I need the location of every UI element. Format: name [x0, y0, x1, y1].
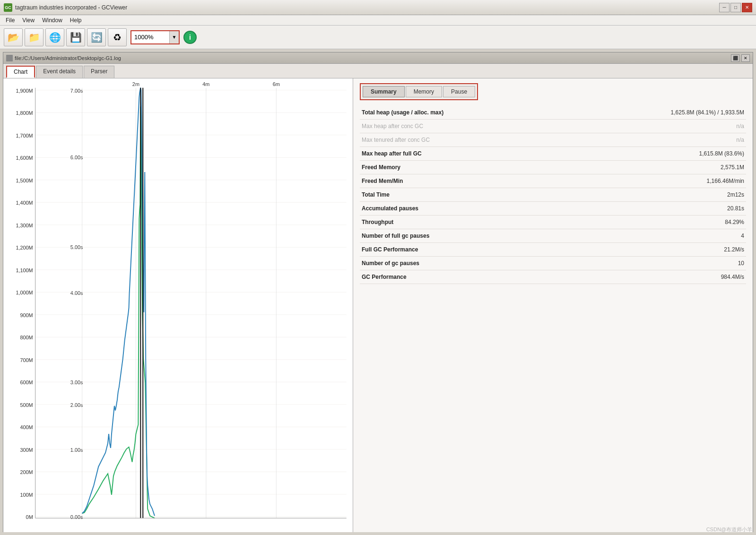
stat-label-1: Max heap after conc GC: [360, 120, 572, 133]
svg-text:0M: 0M: [26, 514, 33, 520]
menu-window[interactable]: Window: [38, 16, 66, 25]
doc-close-button[interactable]: ✕: [741, 54, 750, 62]
svg-text:1.00s: 1.00s: [70, 447, 83, 453]
stat-row-1: Max heap after conc GC n/a: [360, 120, 746, 133]
stat-label-5: Freed Mem/Min: [360, 174, 572, 188]
stat-value-3: 1,615.8M (83.6%): [572, 147, 746, 161]
zoom-dropdown[interactable]: ▼: [169, 31, 179, 43]
svg-text:1,500M: 1,500M: [16, 178, 33, 183]
stat-row-0: Total heap (usage / alloc. max) 1,625.8M…: [360, 106, 746, 120]
svg-rect-0: [5, 78, 351, 532]
menu-view[interactable]: View: [18, 16, 38, 25]
svg-text:1,000M: 1,000M: [16, 290, 33, 295]
svg-text:1,700M: 1,700M: [16, 133, 33, 138]
stat-row-7: Accumulated pauses 20.81s: [360, 202, 746, 216]
menu-file[interactable]: File: [2, 16, 18, 25]
svg-text:200M: 200M: [20, 469, 33, 475]
stat-row-4: Freed Memory 2,575.1M: [360, 161, 746, 174]
zoom-container: ▼: [130, 30, 180, 44]
svg-text:900M: 900M: [20, 312, 33, 318]
zoom-input[interactable]: [131, 31, 169, 43]
stat-value-5: 1,166.46M/min: [572, 174, 746, 188]
stat-label-7: Accumulated pauses: [360, 202, 572, 216]
stat-row-12: GC Performance 984.4M/s: [360, 270, 746, 284]
summary-tab-memory[interactable]: Memory: [406, 86, 442, 97]
stat-row-10: Full GC Performance 21.2M/s: [360, 243, 746, 257]
svg-text:500M: 500M: [20, 402, 33, 408]
svg-text:800M: 800M: [20, 335, 33, 340]
reload-button[interactable]: 🔄: [87, 28, 106, 46]
tabs-bar: Chart Event details Parser: [3, 64, 753, 78]
content-area: 1,900M 1,800M 1,700M 1,600M 1,500M 1,400…: [3, 78, 753, 532]
stat-label-0: Total heap (usage / alloc. max): [360, 106, 572, 120]
summary-tab-pause[interactable]: Pause: [443, 86, 475, 97]
svg-text:2m: 2m: [132, 81, 139, 87]
doc-restore-button[interactable]: ⬛: [731, 54, 739, 62]
stat-value-12: 984.4M/s: [572, 270, 746, 284]
menu-help[interactable]: Help: [66, 16, 86, 25]
stat-label-8: Throughput: [360, 216, 572, 229]
doc-win-btns: ⬛ ✕: [731, 54, 750, 62]
tab-chart[interactable]: Chart: [6, 66, 35, 78]
right-panel: Summary Memory Pause Total heap (usage /…: [353, 78, 753, 532]
window-controls: ─ □ ✕: [719, 3, 752, 12]
stats-table: Total heap (usage / alloc. max) 1,625.8M…: [360, 106, 746, 284]
title-bar: GC tagtraum industries incorporated - GC…: [0, 0, 756, 15]
stat-value-7: 20.81s: [572, 202, 746, 216]
open-file-button[interactable]: 📁: [25, 28, 43, 46]
stat-label-4: Freed Memory: [360, 161, 572, 174]
stat-value-6: 2m12s: [572, 188, 746, 202]
svg-text:4.00s: 4.00s: [70, 290, 83, 296]
stat-row-9: Number of full gc pauses 4: [360, 229, 746, 243]
svg-text:1,900M: 1,900M: [16, 88, 33, 94]
restore-button[interactable]: □: [730, 3, 741, 12]
stat-row-3: Max heap after full GC 1,615.8M (83.6%): [360, 147, 746, 161]
doc-title: file:/C:/Users/Administrator/Desktop/gc-…: [15, 55, 121, 61]
tab-event-details[interactable]: Event details: [36, 66, 83, 78]
stat-value-9: 4: [572, 229, 746, 243]
stat-value-2: n/a: [572, 133, 746, 147]
open-folder-button[interactable]: 📂: [4, 28, 23, 46]
stat-label-9: Number of full gc pauses: [360, 229, 572, 243]
stat-row-2: Max tenured after conc GC n/a: [360, 133, 746, 147]
svg-text:1,300M: 1,300M: [16, 223, 33, 228]
refresh-button[interactable]: ♻: [108, 28, 127, 46]
stat-value-8: 84.29%: [572, 216, 746, 229]
stat-row-6: Total Time 2m12s: [360, 188, 746, 202]
stat-label-11: Number of gc pauses: [360, 257, 572, 270]
save-button[interactable]: 💾: [66, 28, 85, 46]
stat-value-4: 2,575.1M: [572, 161, 746, 174]
svg-text:1,800M: 1,800M: [16, 110, 33, 116]
summary-tab-summary[interactable]: Summary: [363, 86, 405, 97]
svg-text:7.00s: 7.00s: [70, 88, 83, 94]
stat-label-12: GC Performance: [360, 270, 572, 284]
stat-value-11: 10: [572, 257, 746, 270]
stat-label-3: Max heap after full GC: [360, 147, 572, 161]
web-button[interactable]: 🌐: [45, 28, 64, 46]
stat-row-11: Number of gc pauses 10: [360, 257, 746, 270]
doc-title-bar: file:/C:/Users/Administrator/Desktop/gc-…: [3, 52, 753, 64]
title-bar-left: GC tagtraum industries incorporated - GC…: [4, 3, 127, 12]
main-content: file:/C:/Users/Administrator/Desktop/gc-…: [0, 49, 756, 535]
svg-text:2.00s: 2.00s: [70, 402, 83, 408]
menu-bar: File View Window Help: [0, 15, 756, 26]
svg-text:4m: 4m: [202, 81, 209, 87]
svg-text:1,100M: 1,100M: [16, 268, 33, 273]
summary-tabs: Summary Memory Pause: [360, 83, 478, 100]
svg-text:1,600M: 1,600M: [16, 155, 33, 161]
svg-text:6m: 6m: [273, 81, 280, 87]
stat-row-8: Throughput 84.29%: [360, 216, 746, 229]
svg-text:3.00s: 3.00s: [70, 380, 83, 385]
close-button[interactable]: ✕: [742, 3, 752, 12]
stat-label-2: Max tenured after conc GC: [360, 133, 572, 147]
svg-text:1,200M: 1,200M: [16, 245, 33, 250]
svg-text:400M: 400M: [20, 424, 33, 430]
svg-text:300M: 300M: [20, 447, 33, 453]
stat-value-1: n/a: [572, 120, 746, 133]
stat-label-6: Total Time: [360, 188, 572, 202]
minimize-button[interactable]: ─: [719, 3, 730, 12]
info-button[interactable]: i: [183, 31, 197, 44]
tab-parser[interactable]: Parser: [84, 66, 114, 78]
stat-value-10: 21.2M/s: [572, 243, 746, 257]
document-window: file:/C:/Users/Administrator/Desktop/gc-…: [3, 52, 753, 532]
